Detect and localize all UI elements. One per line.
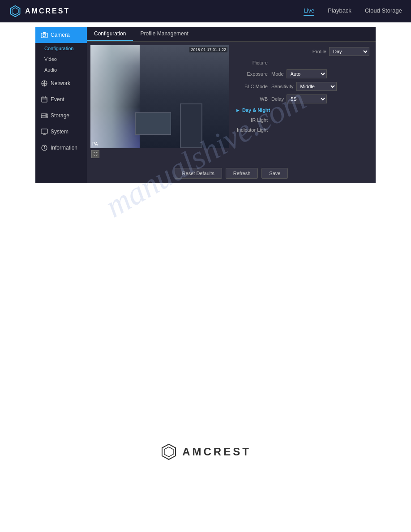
picture-label: Picture <box>235 60 271 65</box>
svg-point-14 <box>46 116 47 117</box>
scene-door <box>180 103 202 148</box>
sidebar-label-event: Event <box>51 96 64 103</box>
sensitivity-select[interactable]: Low Middle High <box>296 82 337 91</box>
profile-select[interactable]: Day Night General <box>329 47 369 56</box>
tab-bar: Configuration Profile Management <box>87 27 376 42</box>
sidebar-label-audio: Audio <box>44 67 57 73</box>
delay-label: Delay <box>271 96 284 102</box>
day-night-header[interactable]: ► Day & Night <box>233 105 372 115</box>
nav-cloud-storage[interactable]: Cloud Storage <box>365 7 402 16</box>
exposure-label: Exposure <box>235 71 271 77</box>
mode-control: Mode Auto Manual <box>271 69 369 78</box>
camera-icon <box>41 31 48 39</box>
sidebar-item-event[interactable]: Event <box>35 91 87 107</box>
save-button[interactable]: Save <box>261 168 288 179</box>
sidebar-label-system: System <box>51 129 68 135</box>
svg-marker-22 <box>164 447 173 457</box>
wb-row: WB Delay 5S 10S 30S <box>233 93 372 105</box>
settings-panel: Profile Day Night General Picture <box>233 45 372 160</box>
reset-defaults-button[interactable]: Reset Defaults <box>175 168 222 179</box>
content-area: Configuration Profile Management <box>87 27 376 183</box>
event-icon <box>41 96 48 103</box>
sidebar-item-camera[interactable]: Camera <box>35 27 87 43</box>
delay-select[interactable]: 5S 10S 30S <box>287 94 327 103</box>
indicator-row: Indicator Light <box>233 125 372 135</box>
top-nav: Live Playback Cloud Storage <box>304 7 402 16</box>
scene-box <box>135 112 171 135</box>
tab-configuration[interactable]: Configuration <box>87 27 133 41</box>
sidebar-item-video[interactable]: Video <box>35 54 87 64</box>
svg-marker-1 <box>12 8 18 15</box>
delay-control: Delay 5S 10S 30S <box>271 94 369 103</box>
info-icon <box>41 144 48 151</box>
logo-area: AMCREST <box>9 5 70 17</box>
bottom-buttons: Reset Defaults Refresh Save <box>87 163 376 183</box>
storage-icon <box>41 112 48 119</box>
sidebar-item-configuration[interactable]: Configuration <box>35 43 87 54</box>
camera-scene <box>90 45 229 148</box>
bottom-logo: AMCREST <box>0 434 411 470</box>
exposure-row: Exposure Mode Auto Manual <box>233 68 372 80</box>
picture-row: Picture <box>233 58 372 68</box>
sidebar-item-system[interactable]: System <box>35 124 87 140</box>
camera-feed: 2018-01-17 01:1:22 PA <box>90 45 229 148</box>
camera-timestamp: 2018-01-17 01:1:22 <box>189 47 227 52</box>
logo-text: AMCREST <box>25 7 70 15</box>
sidebar-label-configuration: Configuration <box>44 46 73 51</box>
sidebar-item-information[interactable]: Information <box>35 140 87 156</box>
svg-point-3 <box>43 34 46 37</box>
refresh-button[interactable]: Refresh <box>226 168 258 179</box>
profile-row: Profile Day Night General <box>233 45 372 58</box>
blc-label: BLC Mode <box>235 84 271 89</box>
top-bar: AMCREST Live Playback Cloud Storage <box>0 0 411 22</box>
mode-select[interactable]: Auto Manual <box>287 69 327 78</box>
ir-light-label: IR Light <box>235 117 271 123</box>
sidebar-item-audio[interactable]: Audio <box>35 64 87 75</box>
camera-settings-area: 2018-01-17 01:1:22 PA ⛶ Profile <box>87 42 376 163</box>
sidebar-item-storage[interactable]: Storage <box>35 107 87 124</box>
sidebar: Camera Configuration Video Audio <box>35 27 87 183</box>
bottom-logo-icon <box>160 443 178 461</box>
day-night-label: Day & Night <box>242 107 270 113</box>
expand-button[interactable]: ⛶ <box>91 150 99 158</box>
sidebar-label-storage: Storage <box>51 112 69 119</box>
bottom-logo-text: AMCREST <box>182 446 251 458</box>
svg-point-13 <box>46 114 47 115</box>
sidebar-label-network: Network <box>51 80 70 86</box>
logo-icon <box>9 5 21 17</box>
camera-feed-container: 2018-01-17 01:1:22 PA ⛶ <box>90 45 229 160</box>
svg-point-20 <box>44 146 44 146</box>
profile-label: Profile <box>313 49 326 54</box>
svg-rect-15 <box>41 129 47 133</box>
indicator-label: Indicator Light <box>235 127 271 133</box>
camera-toolbar: ⛶ <box>90 148 229 160</box>
main-container: Camera Configuration Video Audio <box>35 27 376 183</box>
camera-label: PA <box>92 142 98 146</box>
mode-label: Mode <box>271 71 284 77</box>
page-wrapper: AMCREST Live Playback Cloud Storage Came… <box>0 0 411 532</box>
sensitivity-label: Sensitivity <box>271 84 294 89</box>
ir-light-row: IR Light <box>233 115 372 125</box>
blc-row: BLC Mode Sensitivity Low Middle High <box>233 80 372 93</box>
nav-live[interactable]: Live <box>304 7 314 16</box>
network-icon <box>41 80 48 87</box>
sidebar-label-video: Video <box>44 56 57 62</box>
sensitivity-control: Sensitivity Low Middle High <box>271 82 369 91</box>
tab-profile-management[interactable]: Profile Management <box>133 27 195 41</box>
svg-rect-7 <box>42 97 47 102</box>
sidebar-item-network[interactable]: Network <box>35 75 87 91</box>
system-icon <box>41 128 48 135</box>
sidebar-label-camera: Camera <box>51 32 70 38</box>
sidebar-label-information: Information <box>51 145 77 151</box>
svg-rect-4 <box>43 32 46 34</box>
wb-label: WB <box>235 96 271 102</box>
nav-playback[interactable]: Playback <box>328 7 351 16</box>
